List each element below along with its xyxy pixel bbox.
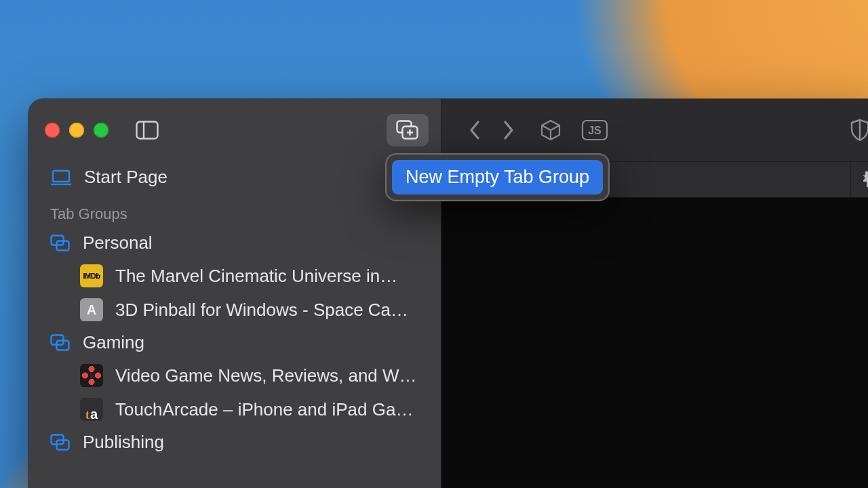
sidebar-group-label: Gaming	[83, 332, 144, 353]
sidebar-group-label: Personal	[83, 232, 153, 253]
new-tab-group-menu: New Empty Tab Group	[387, 155, 608, 200]
sidebar-tab-label: TouchArcade – iPhone and iPad Ga…	[115, 399, 413, 420]
forward-button[interactable]	[501, 119, 515, 141]
window-controls	[45, 123, 108, 138]
sidebar-tab-item[interactable]: ta TouchArcade – iPhone and iPad Ga…	[43, 392, 426, 426]
pin-tab-button[interactable]	[850, 162, 868, 197]
favicon-toucharcade: ta	[80, 398, 103, 421]
svg-text:JS: JS	[588, 125, 601, 136]
tab-group-icon	[50, 434, 71, 451]
js-extension-icon[interactable]: JS	[581, 119, 608, 141]
sidebar-titlebar	[28, 99, 441, 161]
sidebar-tab-label: The Marvel Cinematic Universe in…	[115, 266, 397, 287]
favicon-ign	[80, 364, 103, 387]
favicon-imdb: IMDb	[80, 264, 103, 287]
back-button[interactable]	[469, 119, 482, 141]
sidebar-tab-item[interactable]: A 3D Pinball for Windows - Space Ca…	[43, 293, 426, 327]
web-content[interactable]	[441, 198, 868, 488]
sidebar-tab-label: Video Game News, Reviews, and W…	[115, 365, 417, 386]
new-tab-group-button[interactable]	[387, 114, 429, 146]
favicon-generic: A	[80, 298, 103, 321]
sidebar-group-gaming[interactable]: Gaming	[43, 327, 426, 359]
menu-item-new-empty-tab-group[interactable]: New Empty Tab Group	[392, 160, 603, 195]
sidebar-item-start-page[interactable]: Start Page	[43, 161, 426, 193]
shield-icon[interactable]	[850, 119, 868, 142]
svg-rect-6	[53, 171, 69, 182]
sidebar-group-publishing[interactable]: Publishing	[43, 426, 426, 458]
tab-group-icon	[50, 334, 71, 352]
toolbar: JS	[441, 99, 868, 161]
cube-icon[interactable]	[539, 119, 562, 142]
sidebar-tab-item[interactable]: Video Game News, Reviews, and W…	[43, 359, 426, 392]
sidebar-section-header: Tab Groups	[43, 193, 426, 227]
sidebar-content: Start Page Tab Groups Personal IMDb The …	[28, 161, 441, 458]
close-window-button[interactable]	[45, 123, 60, 138]
sidebar-toggle-icon[interactable]	[136, 121, 159, 140]
sidebar-item-label: Start Page	[84, 167, 167, 188]
sidebar-group-personal[interactable]: Personal	[43, 227, 426, 259]
tab-group-icon	[50, 235, 71, 252]
sidebar: Start Page Tab Groups Personal IMDb The …	[28, 99, 441, 488]
zoom-window-button[interactable]	[94, 123, 108, 138]
svg-rect-17	[867, 181, 868, 187]
minimize-window-button[interactable]	[69, 123, 84, 138]
sidebar-tab-label: 3D Pinball for Windows - Space Ca…	[115, 300, 408, 321]
sidebar-group-label: Publishing	[83, 432, 164, 453]
laptop-icon	[50, 169, 72, 186]
svg-rect-0	[137, 122, 158, 139]
sidebar-tab-item[interactable]: IMDb The Marvel Cinematic Universe in…	[43, 259, 426, 293]
